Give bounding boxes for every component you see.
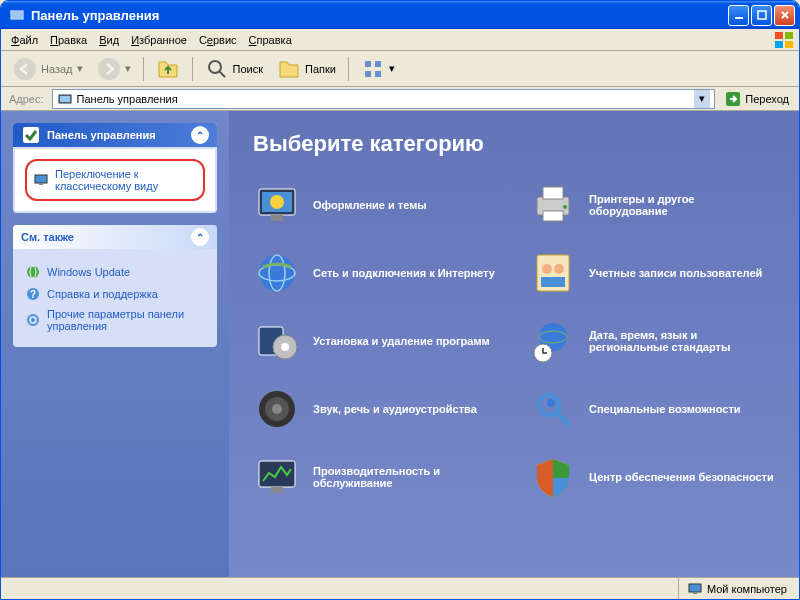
menu-view[interactable]: Вид <box>93 32 125 48</box>
category-grid: Оформление и темы Принтеры и другое обор… <box>253 181 775 501</box>
separator <box>143 57 144 81</box>
folder-up-icon <box>156 57 180 81</box>
category-network[interactable]: Сеть и подключения к Интернету <box>253 249 499 297</box>
category-label: Центр обеспечения безопасности <box>589 471 774 483</box>
maximize-button[interactable] <box>751 5 772 26</box>
panel-control: Панель управления ⌃ Переключение к класс… <box>13 123 217 213</box>
category-label: Сеть и подключения к Интернету <box>313 267 495 279</box>
category-accessibility[interactable]: Специальные возможности <box>529 385 775 433</box>
address-input-wrapper[interactable]: ▾ <box>52 89 716 109</box>
svg-rect-56 <box>693 592 697 594</box>
users-icon <box>529 249 577 297</box>
folders-button[interactable]: Папки <box>271 54 342 84</box>
category-label: Производительность и обслуживание <box>313 465 499 489</box>
svg-point-34 <box>563 205 567 209</box>
separator <box>192 57 193 81</box>
panel-control-body: Переключение к классическому виду <box>15 149 215 211</box>
category-label: Оформление и темы <box>313 199 427 211</box>
search-button[interactable]: Поиск <box>199 54 269 84</box>
addressbar: Адрес: ▾ Переход <box>1 87 799 111</box>
panel-control-header[interactable]: Панель управления ⌃ <box>13 123 217 147</box>
svg-point-9 <box>98 58 120 80</box>
help-icon: ? <box>25 286 41 302</box>
svg-rect-32 <box>543 187 563 199</box>
category-printers[interactable]: Принтеры и другое оборудование <box>529 181 775 229</box>
gear-icon <box>25 312 41 328</box>
back-icon <box>13 57 37 81</box>
accessibility-icon <box>529 385 577 433</box>
switch-classic-view-link[interactable]: Переключение к классическому виду <box>33 165 197 195</box>
address-dropdown-button[interactable]: ▾ <box>694 90 710 108</box>
computer-icon <box>687 581 703 597</box>
views-button[interactable]: ▾ <box>355 54 401 84</box>
category-label: Принтеры и другое оборудование <box>589 193 775 217</box>
minimize-button[interactable] <box>728 5 749 26</box>
menu-tools[interactable]: Сервис <box>193 32 243 48</box>
toolbar: Назад ▾ ▾ Поиск Папки ▾ <box>1 51 799 87</box>
address-label: Адрес: <box>5 93 48 105</box>
control-panel-icon <box>57 91 73 107</box>
up-button[interactable] <box>150 54 186 84</box>
go-button[interactable]: Переход <box>719 89 795 109</box>
svg-rect-4 <box>775 32 783 39</box>
switch-view-label: Переключение к классическому виду <box>55 168 197 192</box>
separator <box>348 57 349 81</box>
category-add-remove[interactable]: Установка и удаление программ <box>253 317 499 365</box>
control-panel-icon <box>9 7 25 23</box>
status-text: Мой компьютер <box>707 583 787 595</box>
collapse-icon[interactable]: ⌃ <box>191 126 209 144</box>
back-button[interactable]: Назад ▾ <box>7 54 89 84</box>
category-performance[interactable]: Производительность и обслуживание <box>253 453 499 501</box>
close-button[interactable] <box>774 5 795 26</box>
other-options-link[interactable]: Прочие параметры панели управления <box>25 305 205 335</box>
category-appearance[interactable]: Оформление и темы <box>253 181 499 229</box>
printers-icon <box>529 181 577 229</box>
panel-seealso-title: См. также <box>21 231 74 243</box>
appearance-icon <box>253 181 301 229</box>
search-icon <box>205 57 229 81</box>
views-icon <box>361 57 385 81</box>
svg-rect-13 <box>365 71 371 77</box>
windows-update-link[interactable]: Windows Update <box>25 261 205 283</box>
svg-rect-11 <box>365 61 371 67</box>
menu-help[interactable]: Справка <box>243 32 298 48</box>
svg-point-26 <box>31 318 35 322</box>
svg-rect-14 <box>375 71 381 77</box>
content-area: Панель управления ⌃ Переключение к класс… <box>1 111 799 577</box>
category-sound[interactable]: Звук, речь и аудиоустройства <box>253 385 499 433</box>
back-label: Назад <box>41 63 73 75</box>
window-title: Панель управления <box>29 8 728 23</box>
panel-seealso-header[interactable]: См. также ⌃ <box>13 225 217 249</box>
menu-edit[interactable]: Правка <box>44 32 93 48</box>
link-label: Windows Update <box>47 266 130 278</box>
panel-control-title: Панель управления <box>47 129 156 141</box>
dropdown-icon: ▾ <box>389 62 395 75</box>
go-label: Переход <box>745 93 789 105</box>
main-panel: Выберите категорию Оформление и темы При… <box>229 111 799 577</box>
window: Панель управления Файл Правка Вид Избран… <box>0 0 800 600</box>
svg-point-39 <box>542 264 552 274</box>
sidebar: Панель управления ⌃ Переключение к класс… <box>1 111 229 577</box>
menu-favorites[interactable]: Избранное <box>125 32 193 48</box>
highlight-box: Переключение к классическому виду <box>25 159 205 201</box>
svg-rect-33 <box>543 211 563 221</box>
dropdown-icon: ▾ <box>125 62 131 75</box>
category-date-time[interactable]: Дата, время, язык и региональные стандар… <box>529 317 775 365</box>
svg-point-29 <box>270 195 284 209</box>
collapse-icon[interactable]: ⌃ <box>191 228 209 246</box>
svg-rect-54 <box>271 487 283 493</box>
svg-point-35 <box>259 255 295 291</box>
forward-button[interactable]: ▾ <box>91 54 137 84</box>
address-input[interactable] <box>77 93 691 105</box>
svg-rect-41 <box>541 277 565 287</box>
svg-point-52 <box>547 399 555 407</box>
svg-rect-18 <box>23 127 39 143</box>
titlebar: Панель управления <box>1 1 799 29</box>
help-support-link[interactable]: ? Справка и поддержка <box>25 283 205 305</box>
sound-icon <box>253 385 301 433</box>
menubar: Файл Правка Вид Избранное Сервис Справка <box>1 29 799 51</box>
category-users[interactable]: Учетные записи пользователей <box>529 249 775 297</box>
menu-file[interactable]: Файл <box>5 32 44 48</box>
go-icon <box>725 91 741 107</box>
category-security[interactable]: Центр обеспечения безопасности <box>529 453 775 501</box>
